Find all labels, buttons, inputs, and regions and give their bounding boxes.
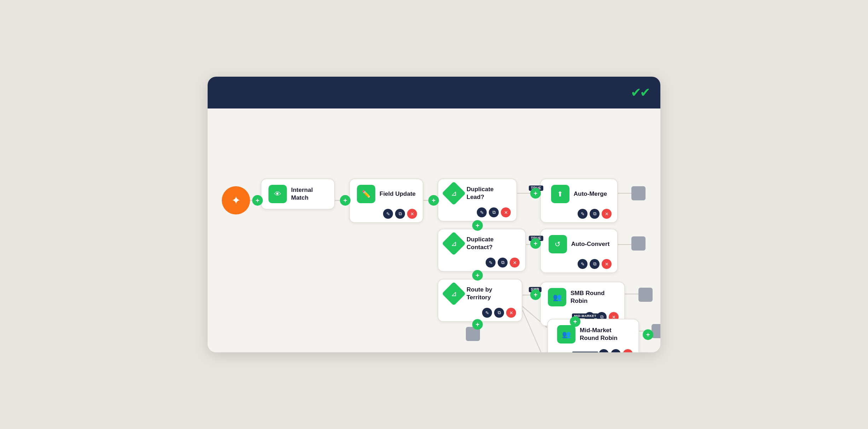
- edit-field-update-btn[interactable]: ✎: [383, 209, 393, 219]
- delete-auto-merge-btn[interactable]: ✕: [602, 209, 612, 219]
- edit-midmarket-rr-btn[interactable]: ✎: [599, 349, 609, 352]
- copy-duplicate-lead-btn[interactable]: ⧉: [489, 207, 499, 217]
- enterprise-badge: ENTERPRISE: [572, 352, 598, 352]
- plus-btn-true-duplicate-lead[interactable]: +: [530, 188, 541, 199]
- plus-btn-after-midmarket[interactable]: +: [643, 329, 653, 340]
- filter-icon: ⊿: [451, 189, 457, 198]
- star-icon: ✦: [231, 194, 241, 207]
- node-content: ↺ Auto-Convert: [542, 229, 617, 259]
- node-auto-merge-actions: ✎ ⧉ ✕: [541, 209, 617, 222]
- node-route-territory: ⊿ Route by Territory ✎ ⧉ ✕: [438, 279, 522, 322]
- node-content: 👥 Mid-Market Round Robin: [550, 319, 636, 349]
- node-route-territory-actions: ✎ ⧉ ✕: [438, 308, 522, 321]
- stop-node-smb[interactable]: [638, 288, 653, 302]
- node-internal-match: 👁 Internal Match: [261, 178, 335, 210]
- copy-auto-merge-btn[interactable]: ⧉: [590, 209, 600, 219]
- node-auto-merge: ⬆ Auto-Merge ✎ ⧉ ✕: [540, 178, 618, 223]
- filter-contact-icon-bg: ⊿: [442, 231, 466, 255]
- node-internal-match-label: Internal Match: [291, 186, 327, 202]
- node-duplicate-lead-label: Duplicate Lead?: [467, 186, 509, 201]
- plus-btn-after-field-update[interactable]: +: [428, 195, 439, 206]
- node-auto-merge-label: Auto-Merge: [574, 190, 607, 198]
- copy-field-update-btn[interactable]: ⧉: [395, 209, 405, 219]
- start-node[interactable]: ✦: [222, 186, 250, 214]
- users-smb-icon: 👥: [553, 293, 562, 301]
- copy-midmarket-rr-btn[interactable]: ⧉: [611, 349, 621, 352]
- node-midmarket-rr-label: Mid-Market Round Robin: [580, 327, 629, 342]
- node-content: 👁 Internal Match: [261, 179, 334, 209]
- node-auto-convert-actions: ✎ ⧉ ✕: [541, 259, 617, 272]
- node-field-update: ✏️ Field Update ✎ ⧉ ✕: [349, 178, 423, 223]
- pencil-icon: ✏️: [362, 190, 371, 198]
- edit-duplicate-contact-btn[interactable]: ✎: [486, 258, 496, 268]
- node-duplicate-lead-actions: ✎ ⧉ ✕: [438, 207, 516, 221]
- convert-icon: ↺: [555, 240, 561, 248]
- users-mm-icon: 👥: [562, 330, 571, 339]
- users-mm-icon-bg: 👥: [557, 325, 575, 343]
- edit-auto-convert-btn[interactable]: ✎: [578, 259, 588, 269]
- plus-btn-after-internal[interactable]: +: [340, 195, 351, 206]
- delete-field-update-btn[interactable]: ✕: [407, 209, 417, 219]
- edit-duplicate-lead-btn[interactable]: ✎: [477, 207, 487, 217]
- delete-route-territory-btn[interactable]: ✕: [506, 308, 516, 318]
- node-auto-convert: ↺ Auto-Convert ✎ ⧉ ✕: [540, 229, 618, 273]
- delete-midmarket-rr-btn[interactable]: ✕: [623, 349, 633, 352]
- plus-btn-below-duplicate-lead[interactable]: +: [472, 220, 483, 231]
- node-midmarket-round-robin: 👥 Mid-Market Round Robin ✎ ⧉ ✕: [547, 319, 639, 352]
- node-smb-rr-label: SMB Round Robin: [571, 289, 617, 305]
- merge-icon-bg: ⬆: [551, 185, 569, 203]
- delete-auto-convert-btn[interactable]: ✕: [602, 259, 612, 269]
- filter-territory-icon-bg: ⊿: [442, 282, 466, 306]
- node-field-update-actions: ✎ ⧉ ✕: [350, 209, 423, 222]
- plus-btn-start-internal[interactable]: +: [252, 195, 263, 206]
- node-duplicate-contact-label: Duplicate Contact?: [467, 236, 518, 251]
- node-content: ⊿ Duplicate Contact?: [438, 229, 525, 258]
- copy-duplicate-contact-btn[interactable]: ⧉: [498, 258, 508, 268]
- node-duplicate-contact-actions: ✎ ⧉ ✕: [438, 258, 525, 271]
- header-bar: ✔✔: [208, 77, 660, 108]
- plus-btn-below-duplicate-contact[interactable]: +: [472, 270, 483, 281]
- node-content: ⊿ Route by Territory: [438, 280, 522, 308]
- filter-territory-icon: ⊿: [451, 289, 457, 298]
- eye-icon-bg: 👁: [268, 185, 287, 203]
- node-content: ⬆ Auto-Merge: [544, 179, 614, 209]
- filter-contact-icon: ⊿: [451, 239, 457, 248]
- node-duplicate-contact: ⊿ Duplicate Contact? ✎ ⧉ ✕: [438, 229, 526, 272]
- filter-icon-bg: ⊿: [442, 181, 466, 205]
- plus-btn-true-duplicate-contact[interactable]: +: [530, 238, 541, 249]
- convert-icon-bg: ↺: [549, 235, 567, 253]
- node-content: 👥 SMB Round Robin: [541, 282, 624, 312]
- delete-duplicate-lead-btn[interactable]: ✕: [501, 207, 511, 217]
- stop-node-auto-convert[interactable]: [631, 236, 646, 251]
- eye-icon: 👁: [274, 190, 281, 198]
- brand-logo-icon: ✔✔: [631, 85, 649, 100]
- plus-btn-midmarket[interactable]: +: [570, 316, 580, 327]
- copy-route-territory-btn[interactable]: ⧉: [494, 308, 504, 318]
- plus-btn-below-route-territory[interactable]: +: [472, 319, 483, 330]
- stop-node-auto-merge[interactable]: [631, 186, 646, 200]
- node-duplicate-lead: ⊿ Duplicate Lead? ✎ ⧉ ✕: [438, 178, 517, 222]
- merge-icon: ⬆: [557, 190, 563, 198]
- copy-auto-convert-btn[interactable]: ⧉: [590, 259, 600, 269]
- edit-route-territory-btn[interactable]: ✎: [482, 308, 492, 318]
- node-auto-convert-label: Auto-Convert: [571, 240, 610, 248]
- plus-btn-smb[interactable]: +: [530, 289, 541, 300]
- node-route-territory-label: Route by Territory: [467, 286, 515, 301]
- node-content: ⊿ Duplicate Lead?: [438, 179, 516, 207]
- delete-duplicate-contact-btn[interactable]: ✕: [510, 258, 520, 268]
- workflow-canvas-container: ✔✔: [208, 77, 660, 352]
- node-content: ✏️ Field Update: [350, 179, 423, 209]
- node-field-update-label: Field Update: [380, 190, 416, 198]
- workflow-canvas: ✦ 👁 Internal Match + + ✏️ Fiel: [208, 108, 660, 352]
- pencil-icon-bg: ✏️: [357, 185, 375, 203]
- users-smb-icon-bg: 👥: [548, 288, 566, 306]
- edit-auto-merge-btn[interactable]: ✎: [578, 209, 588, 219]
